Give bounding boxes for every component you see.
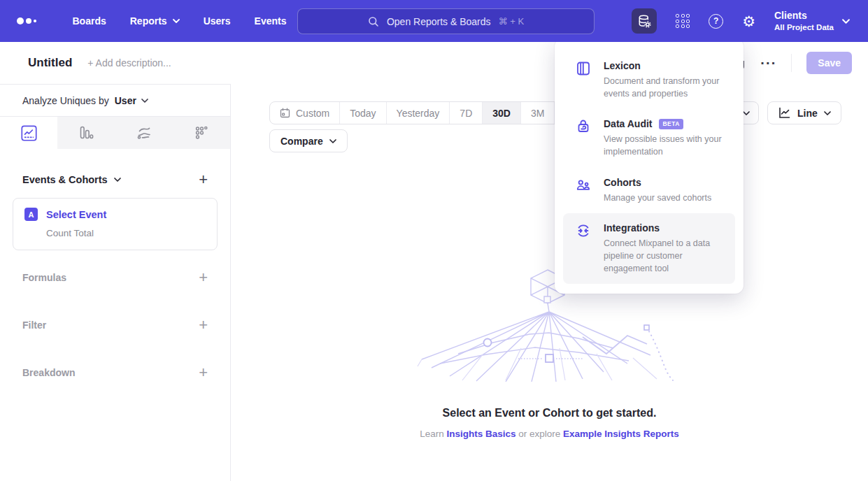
analyze-value: User xyxy=(115,95,136,106)
more-options-button[interactable]: ··· xyxy=(760,60,776,66)
add-description-field[interactable]: + Add description... xyxy=(87,57,171,69)
global-search-input[interactable]: Open Reports & Boards ⌘ + K xyxy=(297,8,595,34)
menu-item-integrations[interactable]: Integrations Connect Mixpanel to a data … xyxy=(563,213,735,284)
chevron-down-icon xyxy=(824,111,831,115)
date-range-7d[interactable]: 7D xyxy=(450,102,483,124)
nav-item-users[interactable]: Users xyxy=(204,15,231,27)
tab-stacked-chart[interactable] xyxy=(115,117,173,149)
example-reports-link[interactable]: Example Insights Reports xyxy=(563,429,679,439)
audit-icon xyxy=(576,119,591,134)
empty-sub-prefix: Learn xyxy=(420,429,444,439)
menu-item-description: Document and transform your events and p… xyxy=(604,75,724,100)
project-names: Clients All Project Data xyxy=(774,9,834,32)
search-placeholder: Open Reports & Boards xyxy=(387,16,491,27)
menu-item-lexicon[interactable]: Lexicon Document and transform your even… xyxy=(563,51,735,109)
select-event-label[interactable]: Select Event xyxy=(46,209,106,220)
insights-basics-link[interactable]: Insights Basics xyxy=(446,429,515,439)
book-icon xyxy=(576,61,591,76)
chevron-down-icon xyxy=(173,19,180,23)
events-cohorts-toggle[interactable]: Events & Cohorts xyxy=(22,174,121,185)
date-range-control: Custom Today Yesterday 7D 30D 3M 6M xyxy=(269,101,589,124)
count-total-dropdown[interactable]: Count Total xyxy=(46,228,206,238)
calendar-icon xyxy=(280,108,290,118)
report-title[interactable]: Untitled xyxy=(28,56,72,70)
nav-item-boards[interactable]: Boards xyxy=(73,15,106,27)
nav-item-label: Reports xyxy=(130,15,167,27)
nav-links: Boards Reports Users Events xyxy=(73,15,287,27)
beta-badge: BETA xyxy=(659,119,683,129)
segment-label: 30D xyxy=(492,108,511,119)
chevron-down-icon xyxy=(743,111,750,115)
add-breakdown-button[interactable]: + xyxy=(199,365,208,380)
segment-label: 3M xyxy=(531,108,544,119)
chevron-down-icon xyxy=(329,139,336,143)
menu-item-title: Cohorts xyxy=(604,177,641,188)
gear-icon: ⚙ xyxy=(742,13,755,29)
line-chart-icon xyxy=(778,106,791,120)
tab-bar-chart[interactable] xyxy=(57,117,115,149)
menu-item-title: Data Audit xyxy=(604,118,652,129)
chart-type-tabs xyxy=(0,117,230,149)
integrations-icon xyxy=(576,223,591,238)
formulas-label: Formulas xyxy=(22,272,66,283)
data-management-button[interactable] xyxy=(632,8,657,34)
empty-state-heading: Select an Event or Cohort to get started… xyxy=(231,407,868,419)
nav-item-label: Events xyxy=(255,15,287,27)
date-range-custom[interactable]: Custom xyxy=(270,102,340,124)
mixpanel-logo[interactable] xyxy=(17,17,36,24)
header-actions: ··· Save xyxy=(732,42,852,84)
date-range-30d[interactable]: 30D xyxy=(483,102,521,124)
query-sidebar: Analyze Uniques by User xyxy=(0,84,231,481)
segment-label: 7D xyxy=(460,108,472,119)
add-event-button[interactable]: + xyxy=(199,172,208,187)
chevron-down-icon xyxy=(842,19,850,24)
menu-item-description: View possible issues with your implement… xyxy=(604,133,724,158)
org-name: Clients xyxy=(774,9,834,22)
navbar-right: ? ⚙ Clients All Project Data xyxy=(632,0,868,42)
nav-item-reports[interactable]: Reports xyxy=(130,15,180,27)
add-filter-button[interactable]: + xyxy=(199,317,208,333)
data-management-menu: Lexicon Document and transform your even… xyxy=(555,38,744,294)
compare-label: Compare xyxy=(280,136,323,147)
menu-item-cohorts[interactable]: Cohorts Manage your saved cohorts xyxy=(563,168,735,213)
save-button[interactable]: Save xyxy=(806,52,852,74)
top-navbar: Boards Reports Users Events Open Reports… xyxy=(0,0,868,42)
chevron-down-icon xyxy=(141,99,148,103)
settings-gear-button[interactable]: ⚙ xyxy=(742,14,755,29)
segment-label: Yesterday xyxy=(397,108,440,119)
help-button[interactable]: ? xyxy=(709,14,723,29)
project-selector[interactable]: Clients All Project Data xyxy=(774,9,850,32)
apps-grid-button[interactable] xyxy=(676,14,690,28)
chart-type-label: Line xyxy=(797,108,818,119)
breakdown-section: Breakdown + xyxy=(0,365,230,380)
database-gear-icon xyxy=(637,14,652,29)
search-shortcut: ⌘ + K xyxy=(499,16,525,27)
chevron-down-icon xyxy=(114,178,121,182)
menu-item-description: Connect Mixpanel to a data pipeline or c… xyxy=(604,237,724,275)
nav-item-label: Boards xyxy=(73,15,106,27)
add-formula-button[interactable]: + xyxy=(199,270,208,285)
date-range-yesterday[interactable]: Yesterday xyxy=(387,102,450,124)
search-icon xyxy=(368,16,379,27)
tab-metrics-grid[interactable] xyxy=(173,117,230,149)
filter-label: Filter xyxy=(22,320,46,331)
compare-button[interactable]: Compare xyxy=(269,129,348,152)
select-event-card[interactable]: A Select Event Count Total xyxy=(13,198,218,250)
nav-item-events[interactable]: Events xyxy=(255,15,287,27)
date-range-today[interactable]: Today xyxy=(340,102,386,124)
menu-item-data-audit[interactable]: Data Audit BETA View possible issues wit… xyxy=(563,109,735,167)
header-divider xyxy=(791,54,792,72)
segment-label: Today xyxy=(350,108,376,119)
bar-chart-tab-icon xyxy=(78,124,94,141)
analyze-by-dropdown[interactable]: User xyxy=(115,95,148,106)
formulas-section: Formulas + xyxy=(0,270,230,285)
tab-line-chart[interactable] xyxy=(0,117,57,149)
menu-item-description: Manage your saved cohorts xyxy=(604,192,711,204)
chart-type-dropdown[interactable]: Line xyxy=(767,101,841,124)
line-chart-tab-icon xyxy=(20,124,38,142)
menu-item-title: Lexicon xyxy=(604,60,641,71)
segment-label: Custom xyxy=(296,108,329,119)
filter-section: Filter + xyxy=(0,317,230,333)
date-range-3m[interactable]: 3M xyxy=(521,102,555,124)
metrics-grid-tab-icon xyxy=(193,124,210,141)
